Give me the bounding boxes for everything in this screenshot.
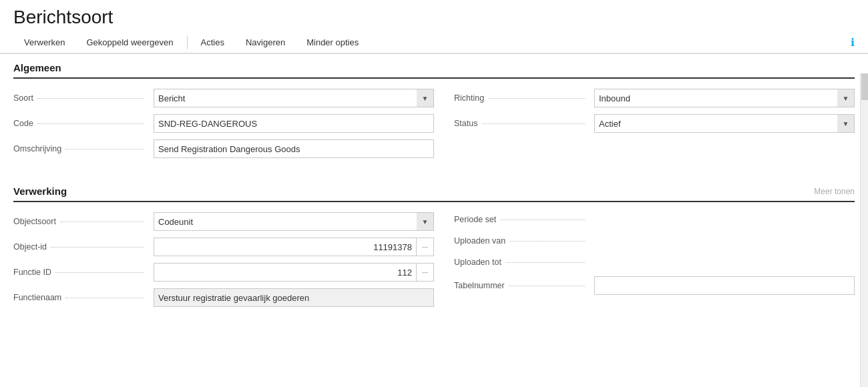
status-label: Status [454, 119, 594, 128]
periode-set-label: Periode set [454, 215, 594, 224]
uploaden-tot-row: Uploaden tot [454, 252, 855, 273]
verwerking-form-grid: Objectsoort Codeunit ▼ Object-i [13, 209, 855, 310]
nav-bar: Verwerken Gekoppeld weergeven Acties Nav… [0, 32, 868, 54]
tabelnummer-label: Tabelnummer [454, 281, 594, 290]
spacer [13, 168, 855, 177]
info-icon[interactable]: ℹ [851, 36, 855, 49]
section-algemeen-header: Algemeen [13, 54, 855, 79]
section-algemeen-title: Algemeen [13, 62, 61, 73]
richting-label: Richting [454, 93, 594, 103]
section-algemeen: Algemeen Soort Bericht ▼ [13, 54, 855, 161]
functie-id-label: Functie ID [13, 268, 154, 277]
soort-control: Bericht ▼ [154, 89, 434, 107]
section-verwerking-header: Verwerking Meer tonen [13, 177, 855, 202]
algemeen-right-col: Richting Inbound Outbound ▼ [434, 85, 855, 161]
uploaden-van-label: Uploaden van [454, 236, 594, 246]
nav-minder-opties[interactable]: Minder opties [296, 32, 369, 53]
functie-id-ellipsis-btn[interactable]: ··· [417, 263, 434, 282]
omschrijving-label: Omschrijving [13, 144, 154, 153]
status-row: Status Actief Inactief ▼ [454, 111, 855, 136]
page-title: Berichtsoort [0, 0, 868, 32]
functienaam-control [154, 288, 434, 307]
periode-set-row: Periode set [454, 209, 855, 230]
functienaam-input[interactable] [154, 288, 434, 307]
functienaam-label: Functienaam [13, 293, 154, 302]
nav-verwerken[interactable]: Verwerken [13, 32, 75, 53]
functie-id-control: ··· [154, 263, 434, 282]
status-select[interactable]: Actief Inactief [594, 114, 855, 133]
nav-navigeren[interactable]: Navigeren [235, 32, 296, 53]
content-area: Algemeen Soort Bericht ▼ [0, 54, 868, 317]
section-verwerking: Verwerking Meer tonen Objectsoort Codeun… [13, 177, 855, 310]
richting-select[interactable]: Inbound Outbound [594, 89, 855, 107]
uploaden-van-row: Uploaden van [454, 230, 855, 252]
object-id-label: Object-id [13, 242, 154, 252]
code-input[interactable] [154, 114, 434, 133]
soort-select[interactable]: Bericht [154, 89, 434, 107]
objectsoort-label: Objectsoort [13, 217, 154, 226]
functienaam-row: Functienaam [13, 285, 434, 310]
nav-gekoppeld-weergeven[interactable]: Gekoppeld weergeven [75, 32, 184, 53]
richting-row: Richting Inbound Outbound ▼ [454, 85, 855, 111]
objectsoort-select[interactable]: Codeunit [154, 212, 434, 231]
tabelnummer-control [594, 276, 855, 295]
code-row: Code [13, 111, 434, 136]
section-verwerking-title: Verwerking [13, 185, 67, 197]
richting-select-wrap: Inbound Outbound ▼ [594, 89, 855, 107]
tabelnummer-row: Tabelnummer [454, 273, 855, 298]
omschrijving-row: Omschrijving [13, 136, 434, 161]
code-control [154, 114, 434, 133]
status-select-wrap: Actief Inactief ▼ [594, 114, 855, 133]
functie-id-row: Functie ID ··· [13, 260, 434, 285]
soort-label: Soort [13, 93, 154, 103]
verwerking-right-col: Periode set Uploaden van Uploaden tot [434, 209, 855, 310]
object-id-row: Object-id ··· [13, 234, 434, 260]
objectsoort-row: Objectsoort Codeunit ▼ [13, 209, 434, 234]
code-label: Code [13, 119, 154, 128]
algemeen-left-col: Soort Bericht ▼ Code [13, 85, 434, 161]
status-control: Actief Inactief ▼ [594, 114, 855, 133]
object-id-control: ··· [154, 238, 434, 256]
object-id-input-group: ··· [154, 238, 434, 256]
omschrijving-control [154, 139, 434, 158]
uploaden-tot-label: Uploaden tot [454, 258, 594, 267]
richting-control: Inbound Outbound ▼ [594, 89, 855, 107]
algemeen-form-grid: Soort Bericht ▼ Code [13, 85, 855, 161]
omschrijving-input[interactable] [154, 139, 434, 158]
functie-id-input-group: ··· [154, 263, 434, 282]
tabelnummer-input[interactable] [594, 276, 855, 295]
object-id-ellipsis-btn[interactable]: ··· [417, 238, 434, 256]
functie-id-input[interactable] [154, 263, 417, 282]
objectsoort-select-wrap: Codeunit ▼ [154, 212, 434, 231]
object-id-input[interactable] [154, 238, 417, 256]
nav-acties[interactable]: Acties [190, 32, 235, 53]
scrollbar-track[interactable] [860, 73, 868, 387]
verwerking-left-col: Objectsoort Codeunit ▼ Object-i [13, 209, 434, 310]
soort-select-wrap: Bericht ▼ [154, 89, 434, 107]
nav-separator [187, 36, 188, 49]
objectsoort-control: Codeunit ▼ [154, 212, 434, 231]
meer-tonen-link[interactable]: Meer tonen [814, 187, 855, 196]
soort-row: Soort Bericht ▼ [13, 85, 434, 111]
scrollbar-thumb[interactable] [861, 73, 868, 100]
